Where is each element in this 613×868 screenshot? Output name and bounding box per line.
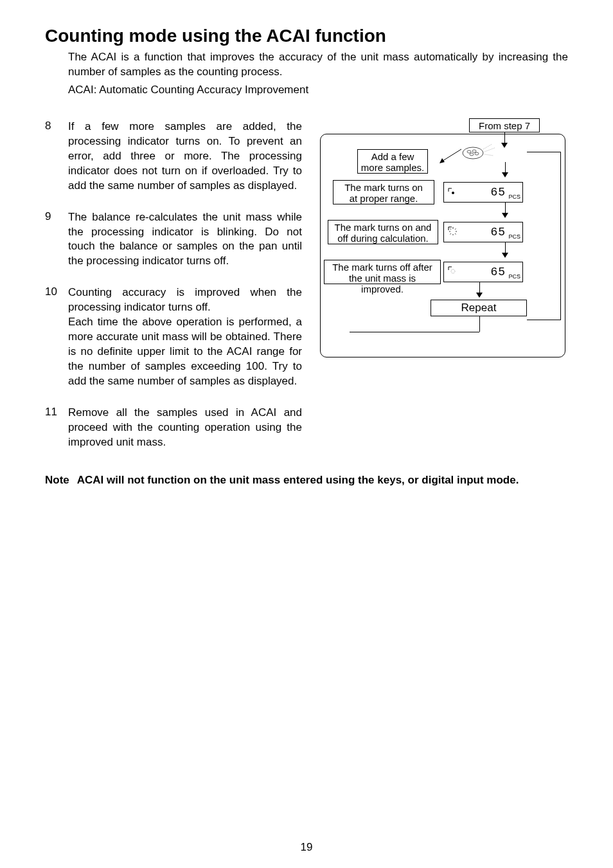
diagram-from-step: From step 7 [469,118,540,132]
svg-line-10 [450,228,452,230]
note-text: ACAI will not function on the unit mass … [77,473,519,488]
step-number: 10 [45,285,58,389]
step-8: 8 If a few more samples are added, the p… [45,120,302,194]
step-number: 8 [45,120,58,194]
diagram-arrow [436,145,474,171]
note-block: Note ACAI will not function on the unit … [45,473,568,488]
svg-point-14 [451,269,455,273]
intro-paragraph: The ACAI is a function that improves the… [68,50,568,80]
diagram-add-samples: Add a few more samples. [357,149,428,174]
page-number: 19 [0,841,613,854]
svg-line-12 [450,233,452,235]
step-text: Remove all the samples used in ACAI and … [68,406,302,450]
note-label: Note [45,473,69,488]
processing-indicator-off-icon [448,266,454,273]
step-text: Counting accuracy is improved when the p… [68,285,302,389]
processing-indicator-blink-icon [448,226,454,233]
step-text: The balance re-calculates the unit mass … [68,210,302,269]
step-11: 11 Remove all the samples used in ACAI a… [45,406,302,450]
svg-point-4 [475,152,479,155]
lcd-display-2: 65 PCS [443,222,523,242]
svg-point-5 [452,192,454,194]
svg-line-11 [455,228,456,230]
page-title: Counting mode using the ACAI function [45,26,568,46]
step-9: 9 The balance re-calculates the unit mas… [45,210,302,269]
diagram-mark-on: The mark turns on at proper range. [333,180,434,204]
lcd-unit: PCS [508,233,520,240]
lcd-value: 65 [490,266,506,278]
lcd-value: 65 [490,186,506,199]
step-number: 11 [45,406,58,450]
diagram-repeat: Repeat [431,300,527,316]
lcd-display-3: 65 PCS [443,262,523,282]
diagram-repeat-label: Repeat [461,302,497,314]
step-text: If a few more samples are added, the pro… [68,120,302,194]
step-number: 9 [45,210,58,269]
svg-line-13 [455,233,456,235]
steps-column: 8 If a few more samples are added, the p… [45,120,302,467]
diagram-mark-blink: The mark turns on and off during calcula… [328,220,438,244]
processing-indicator-on-icon [448,186,454,193]
diagram-loop-line [527,152,561,320]
lcd-unit: PCS [508,273,520,280]
diagram-mark-off: The mark turns off after the unit mass i… [324,260,441,284]
lcd-value: 65 [490,226,506,239]
intro-acronym: ACAI: Automatic Counting Accuracy Improv… [68,84,568,96]
flow-diagram: From step 7 Add a few more samples. The … [315,116,568,373]
step-10: 10 Counting accuracy is improved when th… [45,285,302,389]
lcd-display-1: 65 PCS [443,182,523,203]
diagram-from-step-label: From step 7 [479,120,530,131]
lcd-unit: PCS [508,194,520,200]
